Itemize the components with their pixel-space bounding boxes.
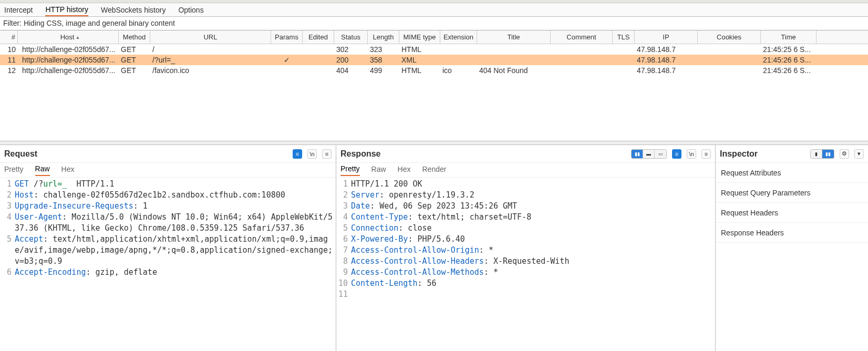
cell-status: 404 [334,65,368,76]
cell-tls [613,55,635,65]
cell-method: GET [119,65,150,76]
col-title[interactable]: Title [477,30,551,44]
response-subtabs: Pretty Raw Hex Render [336,163,715,178]
inspector-section[interactable]: Request Query Parameters [716,183,868,203]
request-code-area[interactable]: 1GET /?url=_ HTTP/1.12Host: challenge-02… [0,178,336,351]
col-time[interactable]: Time [761,30,817,44]
inspector-section[interactable]: Request Attributes [716,163,868,183]
code-line: 3Upgrade-Insecure-Requests: 1 [0,201,336,212]
tab-intercept[interactable]: Intercept [4,4,33,16]
request-subtab-raw[interactable]: Raw [35,164,50,176]
col-edited[interactable]: Edited [303,30,334,44]
response-code-area[interactable]: 1HTTP/1.1 200 OK2Server: openresty/1.19.… [336,178,715,351]
response-panel: Response ▮▮ ▬ ▭ ≡ \n ≡ Pretty Raw Hex Re… [336,145,716,351]
line-text: HTTP/1.1 200 OK [351,179,715,190]
inspector-layout-toggle[interactable]: ▮ ▮▮ [810,149,834,159]
response-subtab-raw[interactable]: Raw [371,165,386,175]
inspector-collapse-icon[interactable]: ▾ [854,149,864,159]
request-menu-icon[interactable]: ≡ [322,149,332,159]
response-actions-icon[interactable]: ≡ [672,149,681,159]
cell-status: 302 [334,44,368,55]
line-text: Content-Length: 56 [351,278,715,289]
col-params[interactable]: Params [271,30,303,44]
layout-rows-icon[interactable]: ▬ [643,150,655,158]
line-number: 3 [336,201,351,212]
inspector-settings-icon[interactable]: ⚙ [840,149,849,159]
inspector-section[interactable]: Response Headers [716,223,868,243]
code-line: 8Access-Control-Allow-Headers: X-Request… [336,256,715,267]
cell-ip: 47.98.148.7 [635,55,698,65]
cell-ext [440,55,477,65]
table-row[interactable]: 12http://challenge-02f055d67...GET/favic… [0,65,868,76]
cell-params: ✓ [271,55,303,65]
cell-comment [551,65,613,76]
col-cookies[interactable]: Cookies [698,30,761,44]
col-host[interactable]: Host▲ [18,30,119,44]
code-line: 10Content-Length: 56 [336,278,715,289]
request-wrap-icon[interactable]: \n [307,149,317,159]
col-method[interactable]: Method [119,30,150,44]
code-line: 11 [336,289,715,300]
response-subtab-pretty[interactable]: Pretty [340,164,360,176]
inspector-section[interactable]: Request Headers [716,203,868,223]
tab-options[interactable]: Options [178,4,203,16]
line-number: 1 [336,179,351,190]
cell-length: 499 [368,65,399,76]
col-comment[interactable]: Comment [551,30,613,44]
cell-method: GET [119,55,150,65]
col-length[interactable]: Length [368,30,399,44]
response-wrap-icon[interactable]: \n [687,149,696,159]
inspector-panel: Inspector ▮ ▮▮ ⚙ ▾ Request AttributesReq… [716,145,868,351]
request-subtab-hex[interactable]: Hex [61,165,75,175]
response-subtab-render[interactable]: Render [422,165,447,175]
line-number: 7 [336,245,351,256]
cell-mime: HTML [399,44,440,55]
history-table-body[interactable]: 10http://challenge-02f055d67...GET/30232… [0,44,868,141]
cell-method: GET [119,44,150,55]
request-actions-icon[interactable]: ≡ [293,149,302,159]
response-menu-icon[interactable]: ≡ [701,149,711,159]
col-number[interactable]: # [0,30,18,44]
line-text: Accept: text/html,application/xhtml+xml,… [15,234,336,267]
cell-params [271,65,303,76]
line-text: Access-Control-Allow-Methods: * [351,267,715,278]
col-tls[interactable]: TLS [613,30,635,44]
cell-url: /favicon.ico [150,65,271,76]
inspector-layout-b-icon[interactable]: ▮▮ [822,150,834,158]
code-line: 4User-Agent: Mozilla/5.0 (Windows NT 10.… [0,212,336,234]
line-number: 2 [336,190,351,201]
col-url[interactable]: URL [150,30,271,44]
cell-host: http://challenge-02f055d67... [18,65,119,76]
code-line: 6Accept-Encoding: gzip, deflate [0,267,336,278]
table-row[interactable]: 11http://challenge-02f055d67...GET/?url=… [0,55,868,65]
line-number: 6 [336,234,351,245]
layout-toggle[interactable]: ▮▮ ▬ ▭ [631,149,667,159]
layout-single-icon[interactable]: ▭ [655,150,666,158]
layout-columns-icon[interactable]: ▮▮ [632,150,643,158]
cell-tls [613,44,635,55]
request-subtab-pretty[interactable]: Pretty [4,165,24,175]
col-mime[interactable]: MIME type [399,30,440,44]
inspector-layout-a-icon[interactable]: ▮ [811,150,822,158]
tab-http-history[interactable]: HTTP history [45,4,88,16]
cell-ext: ico [440,65,477,76]
response-subtab-hex[interactable]: Hex [398,165,411,175]
line-text: X-Powered-By: PHP/5.6.40 [351,234,715,245]
line-text: Server: openresty/1.19.3.2 [351,190,715,201]
line-number: 3 [0,201,15,212]
cell-status: 200 [334,55,368,65]
table-row[interactable]: 10http://challenge-02f055d67...GET/30232… [0,44,868,55]
col-extension[interactable]: Extension [440,30,477,44]
tab-websockets-history[interactable]: WebSockets history [101,4,166,16]
cell-num: 10 [0,44,18,55]
filter-bar[interactable]: Filter: Hiding CSS, image and general bi… [0,17,868,30]
col-status[interactable]: Status [334,30,368,44]
col-ip[interactable]: IP [635,30,698,44]
cell-cookies [698,55,761,65]
request-panel-header: Request ≡ \n ≡ [0,145,336,163]
line-text: Date: Wed, 06 Sep 2023 13:45:26 GMT [351,201,715,212]
code-line: 7Access-Control-Allow-Origin: * [336,245,715,256]
horizontal-splitter[interactable] [0,141,868,145]
cell-mime: XML [399,55,440,65]
inspector-section-label: Response Headers [721,229,784,237]
